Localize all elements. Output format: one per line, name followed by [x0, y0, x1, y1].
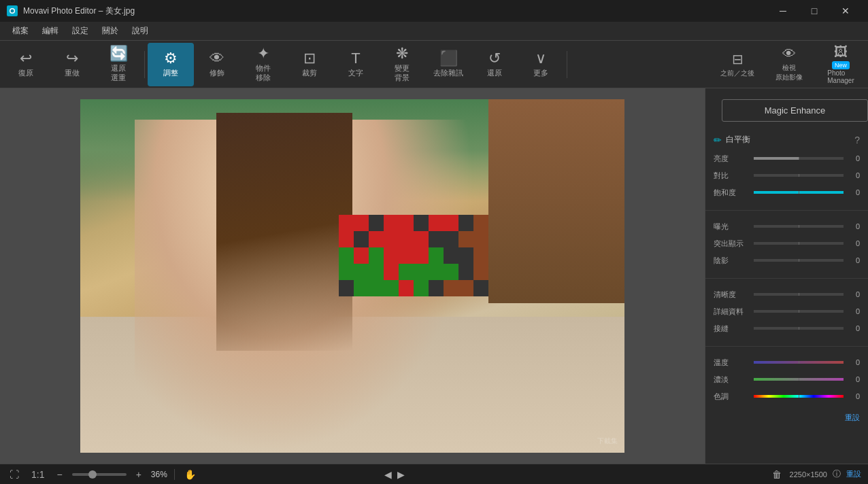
- clarity-track[interactable]: [754, 293, 844, 296]
- divider-1: [705, 210, 868, 211]
- photo-display: 下載集: [80, 99, 624, 453]
- magic-enhance-button[interactable]: Magic Enhance: [722, 99, 868, 122]
- minimize-button[interactable]: ─: [767, 0, 799, 22]
- before-after-button[interactable]: ⊟ 之前／之後: [713, 43, 762, 86]
- menu-file[interactable]: 檔案: [5, 22, 35, 39]
- nav-next-button[interactable]: ▶: [397, 469, 405, 480]
- zoom-out-button[interactable]: −: [54, 468, 65, 481]
- menu-about[interactable]: 關於: [95, 22, 125, 39]
- noise-value: 0: [846, 324, 860, 332]
- new-badge: New: [832, 61, 850, 69]
- hue-value: 0: [846, 392, 860, 400]
- menu-help[interactable]: 說明: [125, 22, 155, 39]
- preview-button[interactable]: 👁 檢視原始影像: [765, 43, 814, 86]
- detail-label: 詳細資料: [714, 307, 751, 317]
- window-title: Movavi Photo Editor – 美女.jpg: [23, 5, 767, 17]
- restore-label: 還原選重: [111, 64, 126, 82]
- zoom-slider[interactable]: [72, 473, 127, 476]
- bottombar: ⛶ 1:1 − + 36% ✋ ◀ ▶ 🗑 2250×1500 ⓘ 重設: [0, 464, 868, 484]
- fit-button[interactable]: ⛶: [7, 468, 22, 481]
- shadows-row: 陰影 0: [714, 253, 860, 268]
- hue-track[interactable]: [754, 395, 844, 398]
- watermark: 下載集: [597, 436, 618, 446]
- remove-noise-button[interactable]: ⬛ 去除雜訊: [425, 43, 471, 86]
- nav-prev-button[interactable]: ◀: [384, 469, 392, 480]
- window-controls: ─ □ ✕: [767, 0, 861, 22]
- info-button[interactable]: ⓘ: [833, 468, 841, 480]
- retouch-button[interactable]: 👁 修飾: [194, 43, 240, 86]
- titlebar: Movavi Photo Editor – 美女.jpg ─ □ ✕: [0, 0, 868, 22]
- canvas-area[interactable]: 下載集: [0, 88, 705, 464]
- clarity-value: 0: [846, 290, 860, 298]
- undo-label: 復原: [18, 69, 33, 77]
- tint-track[interactable]: [754, 378, 844, 381]
- text-label: 文字: [348, 69, 363, 77]
- more-button[interactable]: ∨ 更多: [518, 43, 564, 86]
- redo-button[interactable]: ↪ 重做: [49, 43, 95, 86]
- restore-button[interactable]: 🔄 還原選重: [95, 43, 141, 86]
- panel-scroll[interactable]: Magic Enhance ✏ 白平衡 ? 亮度 0: [705, 88, 868, 464]
- reset-label[interactable]: 重設: [845, 413, 860, 423]
- clarity-row: 清晰度 0: [714, 287, 860, 302]
- exposure-track[interactable]: [754, 225, 844, 228]
- crop-button[interactable]: ⊡ 裁剪: [286, 43, 333, 86]
- clarity-label: 清晰度: [714, 290, 751, 300]
- redo-label: 重做: [65, 69, 80, 77]
- contrast-value: 0: [846, 171, 860, 179]
- brightness-track[interactable]: [754, 157, 844, 160]
- saturation-track[interactable]: [754, 191, 844, 194]
- bottombar-right: 🗑 2250×1500 ⓘ 重設: [769, 468, 861, 481]
- text-button[interactable]: T 文字: [333, 43, 379, 86]
- hue-label: 色調: [714, 392, 751, 402]
- noise-track[interactable]: [754, 327, 844, 330]
- temp-label: 溫度: [714, 358, 751, 368]
- remove-noise-icon: ⬛: [439, 51, 458, 66]
- zoom-in-button[interactable]: +: [133, 468, 144, 481]
- preview-icon: 👁: [782, 46, 796, 62]
- change-bg-button[interactable]: ❋ 變更背景: [379, 43, 425, 86]
- shadows-label: 陰影: [714, 256, 751, 266]
- white-balance-label: 白平衡: [726, 134, 750, 145]
- menubar: 檔案 編輯 設定 關於 說明: [0, 22, 868, 41]
- tint-value: 0: [846, 375, 860, 383]
- highlights-value: 0: [846, 239, 860, 247]
- highlights-track[interactable]: [754, 242, 844, 245]
- maximize-button[interactable]: □: [799, 0, 830, 22]
- contrast-track[interactable]: [754, 174, 844, 177]
- help-button[interactable]: ?: [854, 135, 860, 145]
- adjust-icon: ⚙: [164, 51, 178, 66]
- noise-row: 接縫 0: [714, 321, 860, 336]
- shadows-track[interactable]: [754, 259, 844, 262]
- menu-settings[interactable]: 設定: [65, 22, 95, 39]
- crop-label: 裁剪: [302, 69, 317, 77]
- delete-button[interactable]: 🗑: [769, 468, 784, 481]
- brightness-value: 0: [846, 154, 860, 162]
- detail-track[interactable]: [754, 310, 844, 313]
- exposure-section: 曝光 0 突出顯示 0 陰影: [705, 215, 868, 274]
- undo-button[interactable]: ↩ 復原: [3, 43, 49, 86]
- hand-tool-button[interactable]: ✋: [182, 468, 199, 481]
- adjust-button[interactable]: ⚙ 調整: [148, 43, 194, 86]
- text-icon: T: [351, 51, 360, 66]
- menu-edit[interactable]: 編輯: [35, 22, 65, 39]
- undo-icon: ↩: [20, 51, 32, 66]
- nav-arrows: ◀ ▶: [384, 469, 405, 480]
- photo-manager-button[interactable]: 🖼 New PhotoManager: [816, 43, 865, 86]
- change-bg-label: 變更背景: [395, 64, 410, 82]
- temp-track[interactable]: [754, 361, 844, 364]
- shadows-value: 0: [846, 256, 860, 264]
- reset-button[interactable]: 重設: [846, 469, 861, 479]
- clarity-section: 清晰度 0 詳細資料 0 接縫: [705, 283, 868, 342]
- photo-container: 下載集: [80, 99, 624, 453]
- retouch-icon: 👁: [210, 51, 224, 66]
- highlights-row: 突出顯示 0: [714, 236, 860, 251]
- zoom-100-button[interactable]: 1:1: [29, 468, 47, 481]
- restore-icon: 🔄: [110, 46, 128, 61]
- saturation-value: 0: [846, 188, 860, 196]
- divider-3: [705, 346, 868, 347]
- close-button[interactable]: ✕: [830, 0, 861, 22]
- hue-row: 色調 0: [714, 389, 860, 404]
- right-panel: Magic Enhance ✏ 白平衡 ? 亮度 0: [705, 88, 868, 464]
- object-remove-button[interactable]: ✦ 物件移除: [240, 43, 286, 86]
- restore2-button[interactable]: ↺ 還原: [471, 43, 518, 86]
